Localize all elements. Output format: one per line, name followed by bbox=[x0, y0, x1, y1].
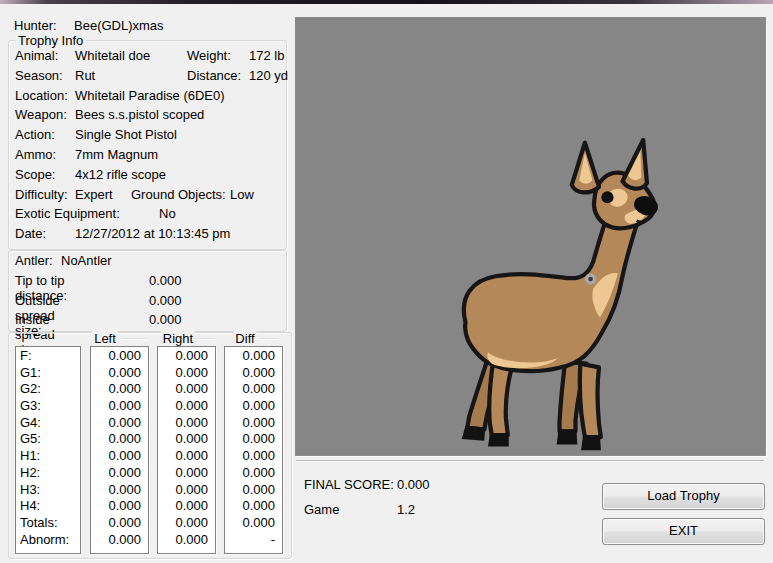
trophy-row-scope: Scope: 4x12 rifle scope bbox=[9, 167, 286, 186]
score-right-value: 0.000 bbox=[158, 515, 215, 532]
header-divider-line bbox=[259, 338, 279, 339]
score-left-value: 0.000 bbox=[91, 398, 148, 415]
score-left-value: 0.000 bbox=[91, 381, 148, 398]
score-row-label: G1: bbox=[16, 365, 80, 382]
titlebar-edge bbox=[0, 0, 773, 4]
hunter-label: Hunter: bbox=[14, 18, 57, 33]
field-value: 172 lb bbox=[249, 48, 284, 63]
score-right-value: 0.000 bbox=[158, 431, 215, 448]
score-table-groupbox: Left Right Diff F:G1:G2:G3:G4:G5:H1:H2:H… bbox=[8, 332, 292, 559]
exit-button[interactable]: EXIT bbox=[602, 518, 765, 545]
field-label: Action: bbox=[15, 127, 55, 142]
trophy-render-viewport[interactable] bbox=[295, 17, 766, 456]
score-right-value: 0.000 bbox=[158, 448, 215, 465]
bullet-wound-marker bbox=[585, 273, 596, 284]
field-value: Whitetail doe bbox=[75, 48, 150, 63]
field-value: 12/27/2012 at 10:13:45 pm bbox=[75, 226, 230, 241]
load-trophy-button[interactable]: Load Trophy bbox=[602, 483, 765, 510]
field-value: Single Shot Pistol bbox=[75, 127, 177, 142]
score-diff-value: 0.000 bbox=[225, 415, 282, 432]
field-value: 120 yd bbox=[249, 68, 288, 83]
trophy-info-groupbox: Trophy Info Animal: Whitetail doe Weight… bbox=[8, 40, 287, 250]
field-value: 4x12 rifle scope bbox=[75, 167, 166, 182]
column-header-right: Right bbox=[161, 331, 195, 346]
score-right-value: 0.000 bbox=[158, 465, 215, 482]
field-label: Location: bbox=[15, 88, 68, 103]
trophy-row-season: Season: Rut Distance: 120 yd bbox=[9, 68, 286, 87]
antler-label: Antler: bbox=[15, 253, 53, 268]
score-row-label: G2: bbox=[16, 381, 80, 398]
score-left-value: 0.000 bbox=[91, 515, 148, 532]
field-label: Ground Objects: bbox=[131, 187, 226, 202]
score-right-values-listbox: 0.0000.0000.0000.0000.0000.0000.0000.000… bbox=[157, 346, 216, 554]
score-left-value: 0.000 bbox=[91, 482, 148, 499]
trophy-row-location: Location: Whitetail Paradise (6DE0) bbox=[9, 88, 286, 107]
score-diff-value: 0.000 bbox=[225, 482, 282, 499]
measurement-value: 0.000 bbox=[149, 312, 182, 327]
score-diff-value: - bbox=[225, 532, 282, 549]
field-value: Rut bbox=[75, 68, 95, 83]
field-label: Scope: bbox=[15, 167, 55, 182]
field-label: Season: bbox=[15, 68, 63, 83]
score-left-value: 0.000 bbox=[91, 465, 148, 482]
score-right-value: 0.000 bbox=[158, 381, 215, 398]
field-value: Bees s.s.pistol scoped bbox=[75, 107, 204, 122]
final-score-label: FINAL SCORE: bbox=[304, 477, 394, 492]
footer-divider bbox=[296, 460, 764, 461]
score-row-label: H1: bbox=[16, 448, 80, 465]
antler-groupbox: Antler: NoAntler Tip to tip distance: 0.… bbox=[8, 250, 287, 332]
score-diff-value: 0.000 bbox=[225, 431, 282, 448]
header-divider-line bbox=[194, 338, 214, 339]
score-diff-value: 0.000 bbox=[225, 398, 282, 415]
deer-eye bbox=[601, 191, 613, 203]
trophy-row-date: Date: 12/27/2012 at 10:13:45 pm bbox=[9, 226, 286, 245]
measurement-value: 0.000 bbox=[149, 293, 182, 308]
score-right-value: 0.000 bbox=[158, 398, 215, 415]
field-value: No bbox=[159, 206, 176, 221]
trophy-row-animal: Animal: Whitetail doe Weight: 172 lb bbox=[9, 48, 286, 67]
score-diff-value: 0.000 bbox=[225, 465, 282, 482]
score-row-label: G4: bbox=[16, 415, 80, 432]
score-right-value: 0.000 bbox=[158, 482, 215, 499]
trophy-row-action: Action: Single Shot Pistol bbox=[9, 127, 286, 146]
field-label: Animal: bbox=[15, 48, 58, 63]
score-row-label: G3: bbox=[16, 398, 80, 415]
score-row-label: Abnorm: bbox=[16, 532, 80, 549]
final-score-value: 0.000 bbox=[397, 477, 430, 492]
score-diff-value: 0.000 bbox=[225, 515, 282, 532]
field-label: Difficulty: bbox=[15, 187, 68, 202]
score-right-value: 0.000 bbox=[158, 498, 215, 515]
score-diff-value: 0.000 bbox=[225, 348, 282, 365]
field-label: Date: bbox=[15, 226, 46, 241]
trophy-row-exotic-equipment: Exotic Equipment: No bbox=[9, 206, 286, 225]
score-left-value: 0.000 bbox=[91, 415, 148, 432]
field-label: Weapon: bbox=[15, 107, 67, 122]
field-label: Exotic Equipment: bbox=[15, 206, 120, 221]
score-right-value: 0.000 bbox=[158, 415, 215, 432]
header-divider-line bbox=[121, 338, 147, 339]
trophy-row-weapon: Weapon: Bees s.s.pistol scoped bbox=[9, 107, 286, 126]
score-row-labels-listbox: F:G1:G2:G3:G4:G5:H1:H2:H3:H4:Totals:Abno… bbox=[15, 346, 81, 554]
score-left-values-listbox: 0.0000.0000.0000.0000.0000.0000.0000.000… bbox=[90, 346, 149, 554]
trophy-row-ammo: Ammo: 7mm Magnum bbox=[9, 147, 286, 166]
game-version-value: 1.2 bbox=[397, 502, 415, 517]
score-diff-value: 0.000 bbox=[225, 448, 282, 465]
score-diff-value: 0.000 bbox=[225, 498, 282, 515]
score-left-value: 0.000 bbox=[91, 448, 148, 465]
hunter-value: Bee(GDL)xmas bbox=[74, 18, 164, 33]
trophy-viewer-window: Hunter: Bee(GDL)xmas Trophy Info Animal:… bbox=[0, 0, 773, 563]
score-diff-values-listbox: 0.0000.0000.0000.0000.0000.0000.0000.000… bbox=[224, 346, 283, 554]
score-left-value: 0.000 bbox=[91, 365, 148, 382]
column-header-left: Left bbox=[92, 331, 118, 346]
score-row-label: H2: bbox=[16, 465, 80, 482]
antler-value: NoAntler bbox=[61, 253, 112, 268]
field-value: Whitetail Paradise (6DE0) bbox=[75, 88, 225, 103]
trophy-row-difficulty: Difficulty: Expert Ground Objects: Low bbox=[9, 187, 286, 206]
field-value: Low bbox=[230, 187, 254, 202]
score-row-label: F: bbox=[16, 348, 80, 365]
score-left-value: 0.000 bbox=[91, 431, 148, 448]
deer-render bbox=[398, 138, 674, 453]
game-version-label: Game bbox=[304, 502, 339, 517]
field-label: Distance: bbox=[187, 68, 241, 83]
field-value: Expert bbox=[75, 187, 113, 202]
